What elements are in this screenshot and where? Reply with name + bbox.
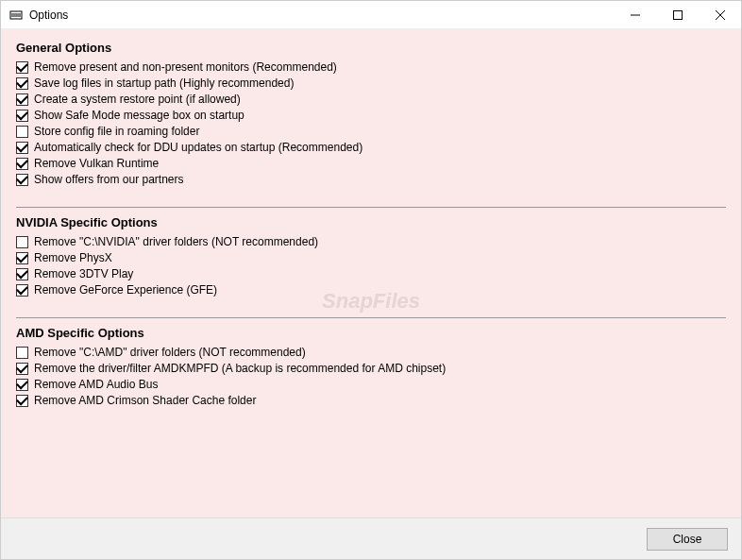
general-option-row[interactable]: Show offers from our partners xyxy=(16,173,726,186)
general-option-row[interactable]: Save log files in startup path (Highly r… xyxy=(16,76,726,90)
nvidia-option-row[interactable]: Remove GeForce Experience (GFE) xyxy=(16,283,726,297)
option-label: Remove the driver/filter AMDKMPFD (A bac… xyxy=(34,362,446,375)
general-option-row[interactable]: Remove Vulkan Runtime xyxy=(16,157,726,170)
amd-option-row[interactable]: Remove the driver/filter AMDKMPFD (A bac… xyxy=(16,362,726,375)
checkbox[interactable] xyxy=(16,126,28,138)
general-option-row[interactable]: Create a system restore point (if allowe… xyxy=(16,93,726,106)
amd-section: AMD Specific Options Remove "C:\AMD" dri… xyxy=(16,326,726,407)
option-label: Remove AMD Crimson Shader Cache folder xyxy=(34,394,256,407)
minimize-button[interactable] xyxy=(614,1,656,28)
amd-option-row[interactable]: Remove AMD Crimson Shader Cache folder xyxy=(16,394,726,407)
checkbox[interactable] xyxy=(16,158,28,170)
option-label: Show Safe Mode message box on startup xyxy=(34,109,245,122)
option-label: Remove "C:\NVIDIA" driver folders (NOT r… xyxy=(34,235,318,248)
option-label: Remove GeForce Experience (GFE) xyxy=(34,283,217,297)
checkbox[interactable] xyxy=(16,379,28,391)
nvidia-option-row[interactable]: Remove PhysX xyxy=(16,251,726,264)
checkbox[interactable] xyxy=(16,110,28,122)
amd-section-title: AMD Specific Options xyxy=(16,326,726,340)
checkbox[interactable] xyxy=(16,61,28,74)
checkbox[interactable] xyxy=(16,347,28,359)
footer: Close xyxy=(1,518,741,559)
checkbox[interactable] xyxy=(16,236,28,248)
general-option-row[interactable]: Show Safe Mode message box on startup xyxy=(16,109,726,122)
nvidia-option-row[interactable]: Remove "C:\NVIDIA" driver folders (NOT r… xyxy=(16,235,726,248)
checkbox[interactable] xyxy=(16,284,28,297)
close-button[interactable]: Close xyxy=(647,528,728,551)
general-section: General Options Remove present and non-p… xyxy=(16,41,726,186)
checkbox[interactable] xyxy=(16,252,28,264)
option-label: Save log files in startup path (Highly r… xyxy=(34,76,294,90)
checkbox[interactable] xyxy=(16,93,28,106)
divider xyxy=(16,207,726,208)
window-title: Options xyxy=(29,8,614,22)
amd-option-row[interactable]: Remove "C:\AMD" driver folders (NOT reco… xyxy=(16,346,726,359)
checkbox[interactable] xyxy=(16,174,28,186)
titlebar: Options xyxy=(1,1,741,29)
checkbox[interactable] xyxy=(16,268,28,280)
nvidia-option-row[interactable]: Remove 3DTV Play xyxy=(16,267,726,280)
checkbox[interactable] xyxy=(16,363,28,375)
window-controls xyxy=(614,1,741,28)
general-option-row[interactable]: Remove present and non-present monitors … xyxy=(16,60,726,74)
divider xyxy=(16,317,726,318)
app-icon xyxy=(8,8,24,23)
general-option-row[interactable]: Automatically check for DDU updates on s… xyxy=(16,141,726,154)
checkbox[interactable] xyxy=(16,395,28,407)
general-section-title: General Options xyxy=(16,41,726,55)
content-panel: SnapFiles General Options Remove present… xyxy=(1,29,741,518)
close-window-button[interactable] xyxy=(699,1,741,28)
option-label: Automatically check for DDU updates on s… xyxy=(34,141,363,154)
option-label: Remove "C:\AMD" driver folders (NOT reco… xyxy=(34,346,306,359)
nvidia-section-title: NVIDIA Specific Options xyxy=(16,215,726,229)
option-label: Remove Vulkan Runtime xyxy=(34,157,159,170)
option-label: Store config file in roaming folder xyxy=(34,125,199,138)
nvidia-section: NVIDIA Specific Options Remove "C:\NVIDI… xyxy=(16,215,726,297)
maximize-button[interactable] xyxy=(656,1,699,28)
option-label: Remove 3DTV Play xyxy=(34,267,133,280)
svg-rect-7 xyxy=(673,10,682,19)
general-option-row[interactable]: Store config file in roaming folder xyxy=(16,125,726,138)
option-label: Create a system restore point (if allowe… xyxy=(34,93,241,106)
checkbox[interactable] xyxy=(16,77,28,90)
checkbox[interactable] xyxy=(16,142,28,154)
option-label: Remove PhysX xyxy=(34,251,112,264)
option-label: Show offers from our partners xyxy=(34,173,184,186)
amd-option-row[interactable]: Remove AMD Audio Bus xyxy=(16,378,726,391)
option-label: Remove AMD Audio Bus xyxy=(34,378,158,391)
option-label: Remove present and non-present monitors … xyxy=(34,60,337,74)
